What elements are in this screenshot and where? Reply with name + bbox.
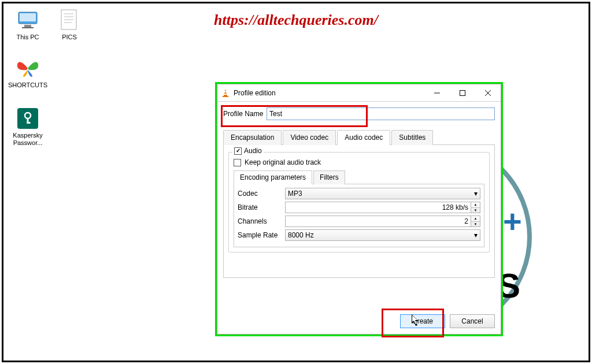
desktop-icon-shortcuts[interactable]: SHORTCUTS xyxy=(7,57,49,89)
profile-name-input[interactable] xyxy=(267,107,495,120)
close-button[interactable] xyxy=(475,84,501,101)
titlebar: Profile edition xyxy=(217,84,501,102)
background-letter: + xyxy=(503,202,522,240)
samplerate-value: 8000 Hz xyxy=(288,231,314,239)
encoding-parameters-panel: Codec MP3 ▾ Bitrate 128 kb/s xyxy=(234,184,484,247)
butterfly-icon xyxy=(16,57,39,80)
desktop-icon-this-pc[interactable]: This PC xyxy=(7,9,49,41)
desktop-icon-label: Kaspersky Passwor... xyxy=(7,132,49,147)
svg-rect-18 xyxy=(460,90,465,95)
profile-edition-dialog: Profile edition Profile Name Encapsulati… xyxy=(217,84,501,335)
audio-checkbox[interactable] xyxy=(234,147,242,155)
audio-group: Audio Keep original audio track Encoding… xyxy=(228,152,490,252)
text-file-icon xyxy=(58,9,81,32)
dialog-title: Profile edition xyxy=(234,89,424,97)
channels-label: Channels xyxy=(238,217,285,225)
svg-rect-15 xyxy=(224,94,227,95)
svg-rect-3 xyxy=(22,27,34,28)
highlight-box-dialog: Profile edition Profile Name Encapsulati… xyxy=(215,82,503,336)
watermark-url: https://alltechqueries.com/ xyxy=(214,12,378,29)
samplerate-label: Sample Rate xyxy=(238,231,285,239)
bitrate-spinner[interactable]: ▲▼ xyxy=(471,202,480,213)
create-button[interactable]: Create xyxy=(400,314,445,328)
samplerate-combo[interactable]: 8000 Hz ▾ xyxy=(285,229,480,241)
codec-value: MP3 xyxy=(288,190,302,198)
maximize-button[interactable] xyxy=(450,84,475,101)
tab-audio-codec[interactable]: Audio codec xyxy=(337,130,390,145)
subtab-filters[interactable]: Filters xyxy=(313,170,345,184)
svg-rect-1 xyxy=(20,13,36,21)
svg-rect-12 xyxy=(27,122,31,124)
svg-rect-14 xyxy=(224,91,227,92)
channels-field[interactable]: 2 xyxy=(285,216,471,227)
cancel-button[interactable]: Cancel xyxy=(450,314,495,328)
bitrate-label: Bitrate xyxy=(238,203,285,211)
dialog-footer: Create Cancel xyxy=(217,310,501,334)
audio-checkbox-label: Audio xyxy=(244,147,262,155)
keep-original-checkbox[interactable] xyxy=(234,159,241,166)
keep-original-label: Keep original audio track xyxy=(245,158,321,166)
tab-subtitles[interactable]: Subtitles xyxy=(391,130,433,145)
desktop-icon-kaspersky[interactable]: Kaspersky Passwor... xyxy=(7,107,49,147)
audio-codec-panel: Audio Keep original audio track Encoding… xyxy=(223,145,495,278)
desktop-icon-label: PICS xyxy=(49,34,90,41)
svg-rect-2 xyxy=(24,25,31,27)
minimize-button[interactable] xyxy=(424,84,450,101)
profile-name-label: Profile Name xyxy=(223,110,267,118)
bitrate-field[interactable]: 128 kb/s xyxy=(285,202,471,213)
codec-label: Codec xyxy=(238,190,285,198)
desktop-icon-label: SHORTCUTS xyxy=(7,81,49,89)
desktop-icon-pics[interactable]: PICS xyxy=(49,9,90,41)
subtab-encoding-parameters[interactable]: Encoding parameters xyxy=(234,170,312,184)
vlc-cone-icon xyxy=(221,88,230,98)
channels-spinner[interactable]: ▲▼ xyxy=(471,216,480,227)
kaspersky-icon xyxy=(16,107,39,130)
chevron-down-icon: ▾ xyxy=(474,231,478,239)
codec-combo[interactable]: MP3 ▾ xyxy=(285,188,480,199)
tab-bar: Encapsulation Video codec Audio codec Su… xyxy=(223,129,495,145)
desktop-icon-label: This PC xyxy=(7,34,49,41)
svg-rect-16 xyxy=(223,96,228,97)
this-pc-icon xyxy=(16,9,39,32)
chevron-down-icon: ▾ xyxy=(474,190,478,198)
tab-encapsulation[interactable]: Encapsulation xyxy=(223,130,282,145)
tab-video-codec[interactable]: Video codec xyxy=(283,130,336,145)
